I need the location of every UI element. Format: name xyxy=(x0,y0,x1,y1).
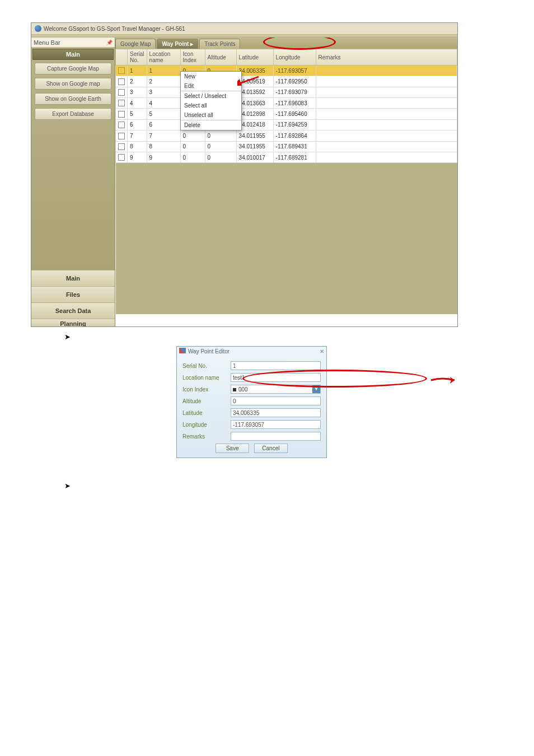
tab-google-map[interactable]: Google Map xyxy=(115,39,156,49)
nav-main[interactable]: Main xyxy=(31,270,115,286)
nav-accordion: Main Files Search Data Planning xyxy=(31,270,115,326)
dialog-titlebar: Way Point Editor ✕ xyxy=(177,347,326,356)
lbl-location: Location name xyxy=(182,375,231,381)
waypoints-table: Serial No. Location name Icon Index Alti… xyxy=(115,49,457,314)
col-check xyxy=(116,49,128,66)
cancel-button[interactable]: Cancel xyxy=(254,444,288,453)
inp-icon-index[interactable]: 000▼ xyxy=(231,385,321,394)
inp-longitude[interactable]: -117.693057 xyxy=(231,420,321,429)
dialog-icon xyxy=(179,348,186,353)
tab-way-point[interactable]: Way Point ▸ xyxy=(157,39,198,49)
table-area: Serial No. Location name Icon Index Alti… xyxy=(115,49,457,326)
row-checkbox[interactable] xyxy=(118,67,125,74)
lbl-latitude: Latitude xyxy=(182,410,231,416)
save-button[interactable]: Save xyxy=(216,444,249,453)
col-serial: Serial No. xyxy=(128,49,147,66)
app-window: Welcome GSsport to GS-Sport Travel Manag… xyxy=(31,22,458,327)
table-row[interactable]: 770034.011955-117.692864 xyxy=(116,130,457,141)
ctx-select-all[interactable]: Select all xyxy=(181,101,241,110)
sidebar-main-header: Main xyxy=(32,49,114,60)
app-body: Menu Bar 📌 Main Capture Google Map Show … xyxy=(31,38,457,326)
dialog-container: Way Point Editor ✕ Serial No.1 Location … xyxy=(176,346,339,458)
row-checkbox[interactable] xyxy=(118,100,125,106)
row-checkbox[interactable] xyxy=(118,111,125,118)
dialog-title: Way Point Editor xyxy=(188,348,229,354)
dialog-buttons: Save Cancel xyxy=(182,444,321,453)
app-icon xyxy=(35,25,41,32)
tab-bar: Google Map Way Point ▸ Track Points xyxy=(115,38,457,49)
window-title: Welcome GSsport to GS-Sport Travel Manag… xyxy=(44,26,185,32)
table-row[interactable]: 110034.006335-117.693057 xyxy=(116,66,457,76)
col-icon-index: Icon Index xyxy=(180,49,205,66)
waypoint-editor-dialog: Way Point Editor ✕ Serial No.1 Location … xyxy=(176,346,327,458)
col-altitude: Altitude xyxy=(205,49,236,66)
row-checkbox[interactable] xyxy=(118,154,125,161)
tab-track-points[interactable]: Track Points xyxy=(199,39,240,49)
col-remarks: Remarks xyxy=(316,49,457,66)
inp-serial[interactable]: 1 xyxy=(231,361,321,370)
col-location: Location name xyxy=(147,49,180,66)
btn-capture-google-map[interactable]: Capture Google Map xyxy=(35,63,111,74)
content-area: Google Map Way Point ▸ Track Points Seri… xyxy=(115,38,457,326)
inp-remarks[interactable] xyxy=(231,432,321,441)
lbl-longitude: Longitude xyxy=(182,422,231,428)
bullet-2: ➤ xyxy=(64,480,534,491)
row-checkbox[interactable] xyxy=(118,143,125,150)
nav-planning[interactable]: Planning xyxy=(31,319,115,326)
ctx-edit[interactable]: Edit xyxy=(181,81,241,91)
col-latitude: Latitude xyxy=(236,49,273,66)
bullet-1: ➤ xyxy=(64,332,534,342)
table-row[interactable]: 880034.011955-117.689431 xyxy=(116,141,457,152)
table-row[interactable]: 990034.010017-117.689281 xyxy=(116,152,457,162)
lbl-icon-index: Icon Index xyxy=(182,386,231,393)
inp-latitude[interactable]: 34.006335 xyxy=(231,408,321,417)
annotation-oval-tabs xyxy=(263,38,336,50)
dialog-body: Serial No.1 Location nametest1 Icon Inde… xyxy=(177,356,326,458)
menubar-header: Menu Bar 📌 xyxy=(31,38,115,48)
lbl-remarks: Remarks xyxy=(182,433,231,440)
table-row[interactable]: 2234.009519-117.692950 xyxy=(116,76,457,87)
btn-export-database[interactable]: Export Database xyxy=(35,108,111,120)
row-checkbox[interactable] xyxy=(118,89,125,96)
nav-files[interactable]: Files xyxy=(31,286,115,302)
ctx-delete[interactable]: Delete xyxy=(181,120,241,130)
ctx-new[interactable]: New xyxy=(181,72,241,81)
inp-location[interactable]: test1 xyxy=(231,373,321,382)
lbl-altitude: Altitude xyxy=(182,398,231,404)
row-checkbox[interactable] xyxy=(118,133,125,139)
inp-altitude[interactable]: 0 xyxy=(231,396,321,405)
row-checkbox[interactable] xyxy=(118,78,125,85)
dropdown-icon[interactable]: ▼ xyxy=(312,385,320,393)
table-row[interactable]: 4434.013663-117.696083 xyxy=(116,98,457,109)
ctx-select-unselect[interactable]: Select / Unselect xyxy=(181,91,241,101)
btn-show-google-map[interactable]: Show on Google map xyxy=(35,78,111,90)
table-row[interactable]: 3334.013592-117.693079 xyxy=(116,87,457,97)
pin-icon[interactable]: 📌 xyxy=(106,40,113,45)
col-longitude: Longitude xyxy=(273,49,316,66)
row-checkbox[interactable] xyxy=(118,122,125,128)
close-icon[interactable]: ✕ xyxy=(320,348,324,354)
btn-show-google-earth[interactable]: Show on Google Earth xyxy=(35,93,111,105)
nav-search-data[interactable]: Search Data xyxy=(31,302,115,319)
sidebar: Menu Bar 📌 Main Capture Google Map Show … xyxy=(31,38,115,326)
title-bar: Welcome GSsport to GS-Sport Travel Manag… xyxy=(31,23,457,34)
table-row[interactable]: 6634.012418-117.694259 xyxy=(116,119,457,130)
context-menu: New Edit Select / Unselect Select all Un… xyxy=(180,71,242,130)
lbl-serial: Serial No. xyxy=(182,363,231,369)
table-row[interactable]: 5534.012898-117.695460 xyxy=(116,109,457,119)
ctx-unselect-all[interactable]: Unselect all xyxy=(181,110,241,120)
